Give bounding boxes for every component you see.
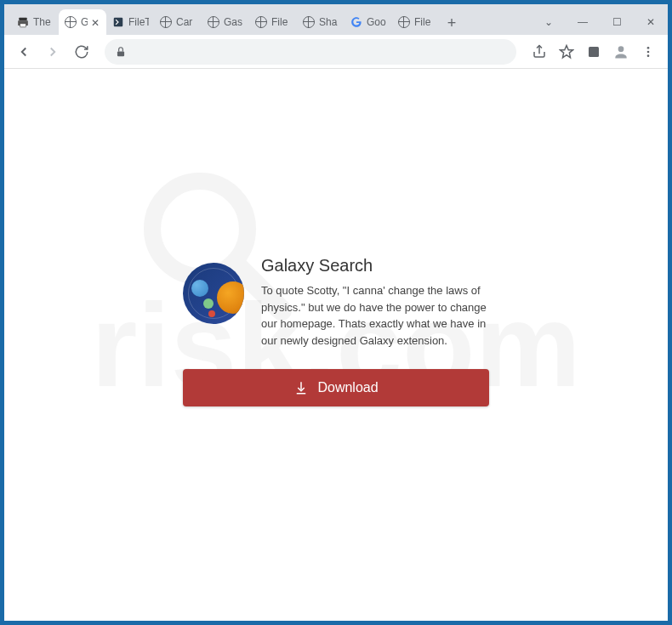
page-heading: Galaxy Search <box>261 256 489 276</box>
tab-title: G <box>81 16 88 28</box>
content-area: risk.com Galaxy Search To quote Scotty, … <box>4 69 668 621</box>
new-tab-button[interactable]: + <box>440 11 464 35</box>
globe-icon <box>159 15 173 29</box>
browser-window: The G ✕ FileT Car Gas File <box>4 4 668 621</box>
tab-title: Car <box>176 16 196 28</box>
tab-file2[interactable]: File <box>392 9 440 35</box>
tab-gas[interactable]: Gas <box>202 9 249 35</box>
page-content: Galaxy Search To quote Scotty, "I canna'… <box>166 256 506 406</box>
globe-icon <box>254 15 268 29</box>
window-dropdown-button[interactable]: ⌄ <box>532 9 566 35</box>
menu-button[interactable] <box>635 39 661 65</box>
globe-icon <box>207 15 220 29</box>
lock-icon <box>115 46 127 58</box>
address-bar[interactable] <box>105 39 516 65</box>
close-icon[interactable]: ✕ <box>91 17 101 27</box>
share-button[interactable] <box>527 39 552 65</box>
svg-rect-5 <box>589 47 599 57</box>
bookmark-button[interactable] <box>554 39 579 65</box>
forward-button[interactable] <box>40 39 65 65</box>
google-icon <box>350 15 363 29</box>
tab-strip: The G ✕ FileT Car Gas File <box>4 4 668 35</box>
profile-button[interactable] <box>608 39 634 65</box>
minimize-button[interactable]: — <box>566 9 600 35</box>
globe-icon <box>302 15 316 29</box>
tab-title: FileT <box>128 16 149 28</box>
toolbar <box>4 35 668 69</box>
galaxy-planet-icon <box>183 263 244 324</box>
page-description: To quote Scotty, "I canna' change the la… <box>261 282 489 349</box>
printer-icon <box>16 15 30 29</box>
globe-icon <box>64 15 77 29</box>
download-icon <box>293 380 309 395</box>
globe-icon <box>397 15 411 29</box>
tab-title: File <box>271 16 292 28</box>
tab-title: File <box>414 16 435 28</box>
tab-sha[interactable]: Sha <box>297 9 345 35</box>
svg-point-8 <box>647 50 650 53</box>
maximize-button[interactable]: ☐ <box>600 9 634 35</box>
tab-the[interactable]: The <box>11 9 59 35</box>
file-icon <box>111 15 125 29</box>
svg-point-9 <box>647 54 650 57</box>
svg-point-7 <box>647 47 650 49</box>
back-button[interactable] <box>11 39 37 65</box>
tab-title: The <box>33 16 54 28</box>
download-button[interactable]: Download <box>183 369 489 406</box>
svg-point-6 <box>618 46 624 52</box>
tab-title: Sha <box>319 16 339 28</box>
svg-rect-0 <box>19 18 26 21</box>
window-controls: ⌄ — ☐ ✕ <box>532 9 668 35</box>
tab-filet[interactable]: FileT <box>106 9 154 35</box>
extensions-button[interactable] <box>581 39 607 65</box>
svg-rect-4 <box>117 51 124 56</box>
tab-active[interactable]: G ✕ <box>59 9 106 35</box>
tab-title: Gas <box>224 16 244 28</box>
tab-file1[interactable]: File <box>249 9 297 35</box>
close-window-button[interactable]: ✕ <box>634 9 668 35</box>
svg-rect-2 <box>20 24 26 27</box>
download-label: Download <box>317 380 378 395</box>
reload-button[interactable] <box>69 39 94 65</box>
tab-google[interactable]: Goo <box>345 9 392 35</box>
tab-car[interactable]: Car <box>154 9 202 35</box>
tab-title: Goo <box>367 16 387 28</box>
